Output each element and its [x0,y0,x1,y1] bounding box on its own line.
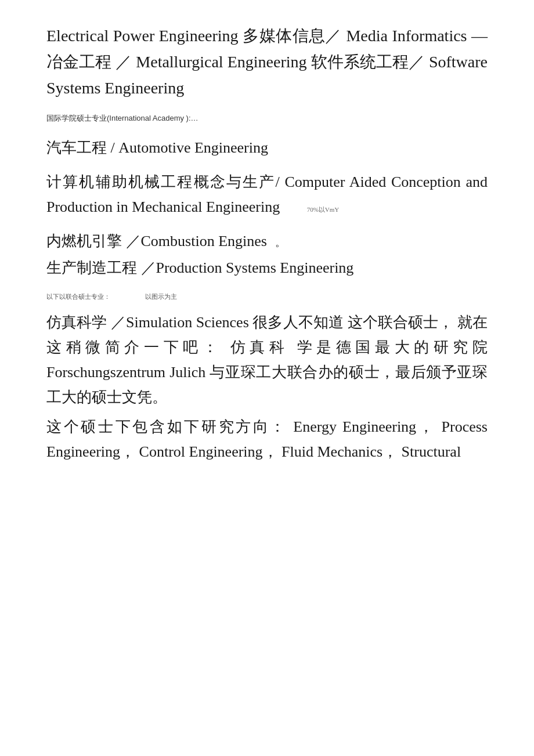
header-paragraph: Electrical Power Engineering 多媒体信息／ Medi… [46,23,488,101]
main-content: Electrical Power Engineering 多媒体信息／ Medi… [46,23,488,465]
joint-section: 以下以联合硕士专业： 以图示为主 [46,292,488,301]
percentage-label: 70%以VmY [307,206,340,213]
joint-label-right: 以图示为主 [145,292,177,301]
direction-paragraph: 这个硕士下包含如下研究方向： Energy Engineering， Proce… [46,415,488,465]
computer-aided: 计算机辅助机械工程概念与生产/ Computer Aided Conceptio… [46,170,488,220]
automotive-engineering: 汽车工程 / Automotive Engineering [46,136,488,161]
simulation-paragraph: 仿真科学 ／Simulation Sciences 很多人不知道 这个联合硕士，… [46,310,488,410]
international-label: 国际学院硕士专业(International Academy ):… [46,113,488,124]
production-systems: 生产制造工程 ／Production Systems Engineering [46,256,488,281]
joint-label-left: 以下以联合硕士专业： [46,292,110,301]
combustion-engines: 内燃机引擎 ／Combustion Engines 。 [46,229,488,254]
